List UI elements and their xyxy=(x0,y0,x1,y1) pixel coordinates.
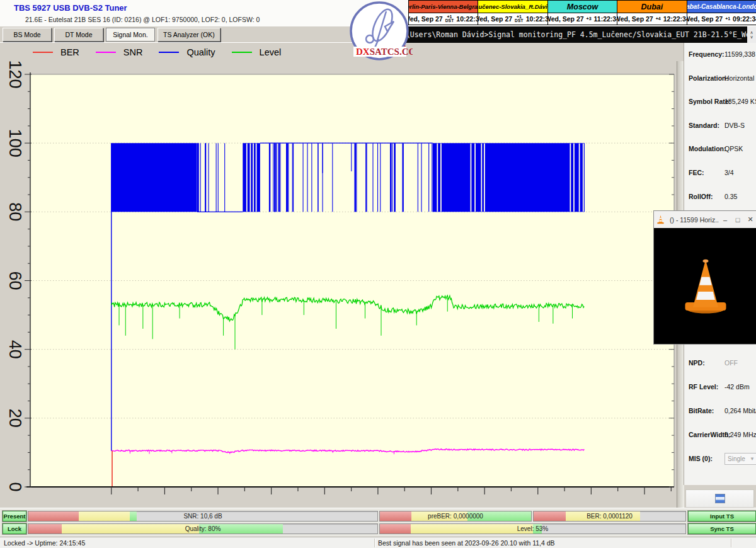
param-rf-level: RF Level:-42 dBm xyxy=(684,383,756,393)
clock-time-moscow: Wed, Sep 27+311:22:34 xyxy=(548,13,617,25)
indicator-present: Present xyxy=(3,511,26,522)
param-label: Modulation: xyxy=(689,145,726,152)
y-axis-label: 120 xyxy=(6,61,25,89)
indicator-lock: Lock xyxy=(3,523,26,534)
quality-meter-label: Quality: 80% xyxy=(28,524,377,534)
legend-swatch-quality xyxy=(159,52,179,53)
clock-time-rabat-casablanca-london: Wed, Sep 27+109:22:34 xyxy=(687,13,756,25)
layers-icon xyxy=(715,494,725,503)
tbs-tuner-app: TBS 5927 USB DVB-S2 Tuner 21.6E - Eutels… xyxy=(0,0,756,548)
chart-legend: BERSNRQualityLevel xyxy=(0,43,716,61)
param-value: 0,249 MHz xyxy=(724,431,756,438)
y-axis-label: 60 xyxy=(6,271,25,290)
ber-meter: BER: 0,0001120 xyxy=(533,511,686,522)
param-value: 185,249 KS/s xyxy=(724,98,756,105)
legend-label: SNR xyxy=(123,47,143,57)
statusbar: Locked -> Uptime: 24:15:45 Best signal h… xyxy=(0,537,756,548)
y-axis-label: 0 xyxy=(6,482,25,491)
legend-label: BER xyxy=(60,47,79,57)
param-bitrate: BitRate:0,264 Mbit/s xyxy=(684,407,756,417)
tab-signal-mon[interactable]: Signal Mon. xyxy=(106,28,155,42)
vlc-window[interactable]: () - 11599 Horiz... – □ ✕ xyxy=(653,210,756,345)
param-label: Frequency: xyxy=(689,50,724,58)
tab-bs-mode[interactable]: BS Mode xyxy=(3,28,52,42)
clock-time-dubai: Wed, Sep 27+412:22:34 xyxy=(617,13,687,25)
param-frequency: Frequency:11599,338 MHz xyxy=(684,50,756,60)
param-value: -42 dBm xyxy=(724,383,750,391)
mode-tabs: BS ModeDT ModeSignal Mon.TS Analyzer (OK… xyxy=(0,26,396,43)
tab-ts-analyzer-ok[interactable]: TS Analyzer (OK) xyxy=(158,28,220,42)
y-axis-label: 100 xyxy=(6,129,25,157)
sidebar-layers-button[interactable] xyxy=(685,489,754,508)
mis-value: Single xyxy=(728,455,745,462)
indicator-input-ts: Input TS xyxy=(688,511,756,522)
legend-item-level: Level xyxy=(232,47,282,57)
param-label: RF Level: xyxy=(689,383,718,391)
param-carrierwidth: CarrierWidth:0,249 MHz xyxy=(684,431,756,441)
snr-meter-label: SNR: 10,6 dB xyxy=(28,511,377,521)
param-value: OFF xyxy=(724,359,738,367)
vlc-titlebar[interactable]: () - 11599 Horiz... – □ ✕ xyxy=(654,211,756,228)
clock-city-lu-enec-slovakia-r-d-vid: Lučenec-Slovakia_R.Dávid xyxy=(478,0,547,13)
world-clocks: Berlin-Paris-Vienna-BelgradeLučenec-Slov… xyxy=(408,0,756,25)
legend-swatch-level xyxy=(232,52,252,53)
y-axis-label: 40 xyxy=(6,340,25,359)
param-value: Horizontal xyxy=(724,74,754,82)
param-symbol-rate: Symbol Rate:185,249 KS/s xyxy=(684,98,756,108)
clock-city-dubai: Dubai xyxy=(617,0,687,13)
window-title: TBS 5927 USB DVB-S2 Tuner xyxy=(14,3,127,13)
header: TBS 5927 USB DVB-S2 Tuner 21.6E - Eutels… xyxy=(0,0,756,27)
legend-item-snr: SNR xyxy=(96,47,143,57)
ber-meter-label: BER: 0,0001120 xyxy=(534,511,685,521)
param-value: 11599,338 MHz xyxy=(724,50,756,58)
clock-city-berlin-paris-vienna-belgrade: Berlin-Paris-Vienna-Belgrade xyxy=(409,0,478,13)
best-signal-status: Best signal has been seen at 2023-09-26 … xyxy=(378,539,555,547)
chevron-down-icon: ▼ xyxy=(750,456,756,462)
scroll-down-icon[interactable]: ∨ xyxy=(750,35,753,39)
indicator-sync-ts: Sync TS xyxy=(688,523,756,534)
legend-swatch-ber xyxy=(33,52,53,53)
param-label: Standard: xyxy=(689,122,719,129)
clock-time-berlin-paris-vienna-belgrade: Wed, Sep 27+1DST10:22:34 xyxy=(409,13,478,25)
cmd-window-titlebar[interactable]: C:\Users\Roman Dávid>Signal monitoring_P… xyxy=(394,26,756,43)
param-value: DVB-S xyxy=(724,122,745,129)
cmd-scrollbar[interactable]: ∧ ∨ xyxy=(747,26,756,43)
vlc-minimize-button[interactable]: – xyxy=(719,216,731,224)
logo-stripe-decoration xyxy=(396,41,407,56)
legend-label: Level xyxy=(260,47,282,57)
legend-label: Quality xyxy=(186,47,215,57)
y-axis-label: 20 xyxy=(6,409,25,428)
param-label: MIS (0): xyxy=(689,455,713,462)
clock-city-rabat-casablanca-london: Rabat-Casablanca-London xyxy=(687,0,756,13)
status-meters-panel: PresentLockInput TSSync TSSNR: 10,6 dBQu… xyxy=(0,508,756,537)
quality-meter: Quality: 80% xyxy=(28,523,378,534)
param-modulation: Modulation:QPSK xyxy=(684,145,756,155)
param-mis: MIS (0):Single▼ xyxy=(684,455,756,465)
scroll-up-icon[interactable]: ∧ xyxy=(750,30,753,35)
legend-item-quality: Quality xyxy=(159,47,215,57)
param-fec: FEC:3/4 xyxy=(684,169,756,179)
clock-time-lu-enec-slovakia-r-d-vid: Wed, Sep 27+1DST10:22:34 xyxy=(478,13,547,25)
param-label: Polarization: xyxy=(689,74,728,82)
preber-meter-label: preBER: 0,0000000 xyxy=(380,511,531,521)
param-value: QPSK xyxy=(724,145,743,152)
param-label: NPD: xyxy=(689,359,705,367)
vlc-close-button[interactable]: ✕ xyxy=(744,215,756,224)
y-axis-label: 80 xyxy=(6,202,25,221)
vlc-video-area[interactable] xyxy=(654,228,756,344)
param-npd: NPD:OFF xyxy=(684,359,756,369)
vlc-maximize-button[interactable]: □ xyxy=(731,216,744,224)
vlc-window-title: () - 11599 Horiz... xyxy=(667,216,719,224)
param-standard: Standard:DVB-S xyxy=(684,122,756,132)
param-polarization: Polarization:Horizontal xyxy=(684,74,756,84)
mis-dropdown[interactable]: Single▼ xyxy=(724,453,756,465)
level-meter: Level: 53% xyxy=(379,523,686,534)
param-value: 0.35 xyxy=(724,193,737,200)
tab-dt-mode[interactable]: DT Mode xyxy=(54,28,103,42)
param-rolloff: RollOff:0.35 xyxy=(684,193,756,203)
param-label: RollOff: xyxy=(689,193,713,200)
status-divider xyxy=(731,539,731,547)
vlc-cone-icon xyxy=(656,215,665,224)
preber-meter: preBER: 0,0000000 xyxy=(379,511,532,522)
clock-city-moscow: Moscow xyxy=(548,0,617,13)
